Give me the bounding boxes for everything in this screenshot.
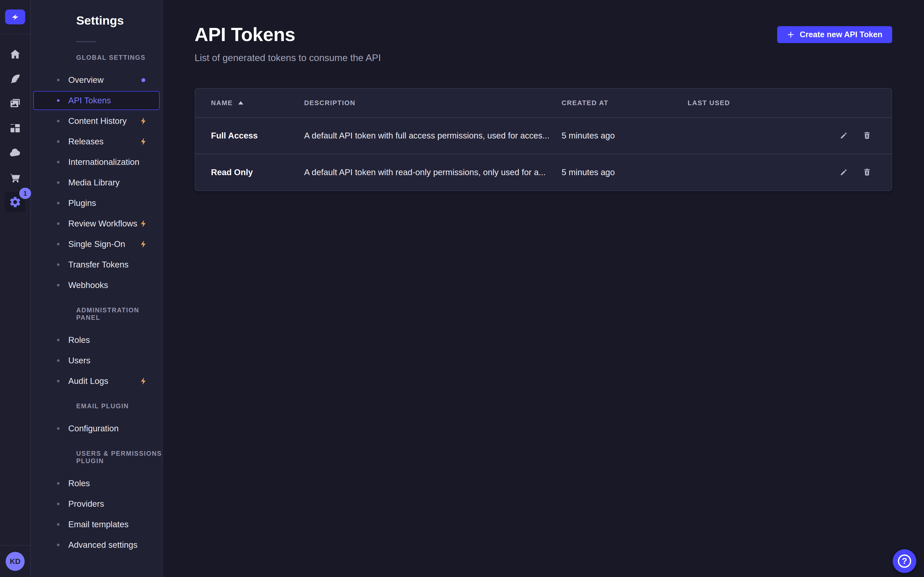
api-tokens-table-card: NAMEDESCRIPTIONCREATED ATLAST USED Full … <box>195 88 892 191</box>
subnav-section-label: GLOBAL SETTINGS <box>31 54 162 61</box>
feather-icon <box>9 73 21 85</box>
column-header-last-used[interactable]: LAST USED <box>688 99 824 107</box>
row-actions <box>824 130 876 141</box>
lightning-bolt-icon <box>139 377 150 385</box>
sidebar-item-media-library[interactable]: Media Library <box>33 173 160 192</box>
rail-item-marketplace[interactable] <box>3 165 27 190</box>
cell-description: A default API token with read-only permi… <box>304 168 562 177</box>
trash-icon <box>863 131 872 141</box>
cell-name: Full Access <box>211 131 304 140</box>
sidebar-item-label: Review Workflows <box>68 219 137 229</box>
sidebar-item-releases[interactable]: Releases <box>33 132 160 151</box>
subnav-section: EMAIL PLUGINConfiguration <box>31 402 162 438</box>
sidebar-item-internationalization[interactable]: Internationalization <box>33 153 160 172</box>
subnav-item-list: RolesUsersAudit Logs <box>31 330 162 390</box>
sidebar-item-label: Content History <box>68 116 126 126</box>
sidebar-item-roles[interactable]: Roles <box>33 474 160 493</box>
sidebar-item-roles[interactable]: Roles <box>33 330 160 350</box>
sidebar-item-label: Email templates <box>68 519 129 529</box>
page-title: API Tokens <box>195 24 381 45</box>
bullet-icon <box>57 79 60 81</box>
table-row[interactable]: Full AccessA default API token with full… <box>195 118 892 154</box>
cart-icon <box>9 171 21 184</box>
subnav-item-list: Configuration <box>31 419 162 438</box>
bullet-icon <box>57 140 60 143</box>
sidebar-item-users[interactable]: Users <box>33 351 160 370</box>
sidebar-item-providers[interactable]: Providers <box>33 495 160 513</box>
trash-icon <box>863 168 872 177</box>
rail-item-media-library[interactable] <box>3 91 27 116</box>
edit-token-button[interactable] <box>838 130 850 141</box>
user-avatar[interactable]: KD <box>6 552 25 571</box>
sidebar-item-label: Advanced settings <box>68 540 137 550</box>
subnav-sections: GLOBAL SETTINGSOverviewAPI TokensContent… <box>31 54 162 554</box>
sidebar-item-label: Single Sign-On <box>68 239 125 249</box>
rail-item-cloud[interactable] <box>3 140 27 165</box>
bullet-icon <box>57 544 60 546</box>
notification-dot-icon <box>141 78 145 82</box>
pencil-icon <box>839 168 848 177</box>
sidebar-item-plugins[interactable]: Plugins <box>33 193 160 213</box>
sidebar-item-audit-logs[interactable]: Audit Logs <box>33 372 160 390</box>
sidebar-item-label: Audit Logs <box>68 376 108 386</box>
lightning-bolt-icon <box>139 117 150 126</box>
sidebar-item-label: Roles <box>68 335 90 345</box>
settings-subnav: Settings GLOBAL SETTINGSOverviewAPI Toke… <box>31 0 163 577</box>
create-api-token-button[interactable]: Create new API Token <box>777 26 892 43</box>
sidebar-item-configuration[interactable]: Configuration <box>33 419 160 438</box>
page-subtitle: List of generated tokens to consume the … <box>195 53 381 63</box>
sidebar-item-content-history[interactable]: Content History <box>33 111 160 131</box>
subnav-section: USERS & PERMISSIONS PLUGINRolesProviders… <box>31 450 162 554</box>
main-nav-rail: 1 KD <box>0 0 31 577</box>
rail-item-content-manager[interactable] <box>3 67 27 91</box>
table-header-row: NAMEDESCRIPTIONCREATED ATLAST USED <box>195 89 892 118</box>
edit-token-button[interactable] <box>838 167 850 178</box>
pencil-icon <box>839 131 848 141</box>
bullet-icon <box>57 120 60 122</box>
rail-item-home[interactable] <box>3 42 27 67</box>
bullet-icon <box>57 181 60 184</box>
sidebar-item-label: Configuration <box>68 424 119 434</box>
table-row[interactable]: Read OnlyA default API token with read-o… <box>195 154 892 190</box>
subnav-section-label: EMAIL PLUGIN <box>31 402 162 410</box>
cell-created-at: 5 minutes ago <box>562 131 688 140</box>
column-header-description[interactable]: DESCRIPTION <box>304 99 562 107</box>
strapi-logo[interactable] <box>5 10 25 24</box>
sidebar-item-api-tokens[interactable]: API Tokens <box>33 91 160 110</box>
column-header-label: DESCRIPTION <box>304 99 355 107</box>
bullet-icon <box>57 161 60 163</box>
sidebar-item-label: Transfer Tokens <box>68 260 129 269</box>
bullet-icon <box>57 380 60 382</box>
sidebar-item-email-templates[interactable]: Email templates <box>33 515 160 534</box>
layout-icon <box>9 122 21 134</box>
sidebar-item-advanced-settings[interactable]: Advanced settings <box>33 535 160 554</box>
cell-created-at: 5 minutes ago <box>562 168 688 177</box>
sidebar-item-single-sign-on[interactable]: Single Sign-On <box>33 235 160 254</box>
rail-item-content-type-builder[interactable] <box>3 116 27 140</box>
delete-token-button[interactable] <box>861 167 873 178</box>
rail-bottom: KD <box>0 545 30 577</box>
column-header-label: LAST USED <box>688 99 730 107</box>
sort-ascending-icon <box>237 100 244 105</box>
bullet-icon <box>57 243 60 245</box>
delete-token-button[interactable] <box>861 130 873 141</box>
bullet-icon <box>57 263 60 266</box>
column-header-label: CREATED AT <box>562 99 609 107</box>
column-header-label: NAME <box>211 99 233 107</box>
sidebar-item-overview[interactable]: Overview <box>33 71 160 90</box>
sidebar-item-transfer-tokens[interactable]: Transfer Tokens <box>33 255 160 274</box>
logo-glyph <box>10 12 20 22</box>
sidebar-item-review-workflows[interactable]: Review Workflows <box>33 214 160 233</box>
subnav-section-label: ADMINISTRATION PANEL <box>31 306 162 321</box>
subnav-section: GLOBAL SETTINGSOverviewAPI TokensContent… <box>31 54 162 295</box>
column-header-name[interactable]: NAME <box>211 99 304 107</box>
sidebar-item-webhooks[interactable]: Webhooks <box>33 276 160 295</box>
column-header-created-at[interactable]: CREATED AT <box>562 99 688 107</box>
app-root: 1 KD Settings GLOBAL SETTINGSOverviewAPI… <box>0 0 924 577</box>
bullet-icon <box>57 99 60 102</box>
help-button[interactable]: ? <box>893 549 916 573</box>
page-header-text: API Tokens List of generated tokens to c… <box>195 24 381 63</box>
rail-item-settings[interactable]: 1 <box>3 190 27 214</box>
subnav-section: ADMINISTRATION PANELRolesUsersAudit Logs <box>31 306 162 390</box>
plus-icon <box>787 31 795 39</box>
